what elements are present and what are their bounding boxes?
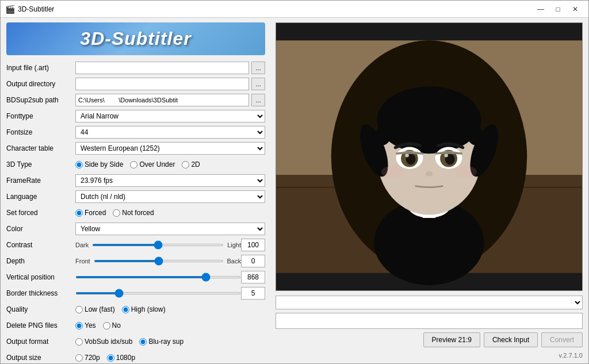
radio-720p[interactable]: 720p	[75, 354, 100, 362]
set-forced-group: Forced Not forced	[75, 209, 265, 217]
fontsize-select[interactable]: 44 36 40 48	[75, 126, 265, 139]
radio-low-input[interactable]	[75, 306, 83, 313]
delete-png-label: Delete PNG files	[6, 321, 75, 329]
radio-no-input[interactable]	[103, 322, 110, 329]
output-dir-control: ...	[75, 78, 265, 90]
vpos-slider-container	[75, 276, 241, 278]
radio-sbs[interactable]: Side by Side	[75, 160, 123, 168]
radio-high-quality[interactable]: High (slow)	[122, 305, 166, 313]
framerate-select[interactable]: 23.976 fps 24 fps 25 fps 29.97 fps	[75, 174, 265, 187]
contrast-value: 100	[241, 239, 265, 251]
depth-back-label: Back	[227, 258, 241, 265]
output-dir-field[interactable]	[75, 78, 249, 90]
maximize-button[interactable]: □	[549, 1, 567, 18]
language-control: Dutch (nl / nld) English (en / eng) Germ…	[75, 190, 265, 203]
output-format-label: Output format	[6, 338, 75, 346]
dropdown-row	[276, 296, 583, 309]
radio-bluray[interactable]: Blu-ray sup	[139, 338, 183, 346]
radio-forced[interactable]: Forced	[75, 209, 106, 217]
delete-png-row: Delete PNG files Yes No	[6, 319, 265, 332]
svg-point-21	[406, 154, 409, 157]
border-slider-container	[75, 292, 241, 294]
radio-720p-label: 720p	[85, 354, 100, 362]
color-row: Color Yellow White Red Green	[6, 222, 265, 236]
language-select[interactable]: Dutch (nl / nld) English (en / eng) Germ…	[75, 190, 265, 203]
bdsup-label: BDSup2sub path	[6, 96, 75, 104]
type-3d-label: 3D Type	[6, 160, 75, 168]
svg-point-25	[455, 166, 477, 178]
radio-sbs-input[interactable]	[75, 161, 83, 168]
app-icon: 🎬	[5, 5, 14, 14]
radio-bluray-label: Blu-ray sup	[148, 338, 183, 346]
radio-high-input[interactable]	[122, 306, 129, 313]
output-format-group: VobSub idx/sub Blu-ray sup	[75, 338, 265, 346]
bdsup-browse-btn[interactable]: ...	[251, 94, 265, 106]
input-file-control: ...	[75, 62, 265, 74]
radio-720p-input[interactable]	[75, 354, 83, 362]
radio-vobsub[interactable]: VobSub idx/sub	[75, 338, 132, 346]
preview-image-area	[276, 22, 583, 291]
radio-not-forced-input[interactable]	[113, 209, 120, 217]
set-forced-row: Set forced Forced Not forced	[6, 206, 265, 220]
right-dropdown[interactable]	[276, 296, 583, 309]
char-table-select[interactable]: Western European (1252) UTF-8	[75, 142, 265, 155]
radio-ou-input[interactable]	[130, 161, 137, 168]
contrast-light-label: Light	[227, 242, 241, 248]
radio-not-forced-label: Not forced	[122, 209, 154, 217]
preview-button[interactable]: Preview 21:9	[423, 332, 480, 347]
radio-2d-input[interactable]	[182, 161, 189, 168]
char-table-control: Western European (1252) UTF-8	[75, 142, 265, 155]
vpos-row: Vertical position 868	[6, 270, 265, 284]
radio-forced-label: Forced	[85, 209, 106, 217]
border-slider[interactable]	[75, 292, 241, 294]
set-forced-label: Set forced	[6, 209, 75, 217]
right-panel: Preview 21:9 Check Input Convert v.2.7.1…	[271, 18, 588, 363]
input-file-field[interactable]	[75, 62, 249, 74]
radio-yes-input[interactable]	[75, 322, 83, 329]
svg-point-22	[445, 154, 448, 157]
minimize-button[interactable]: —	[532, 1, 549, 18]
close-button[interactable]: ✕	[567, 1, 584, 18]
color-label: Color	[6, 225, 75, 233]
vpos-slider[interactable]	[75, 276, 241, 278]
text-display-box	[276, 313, 583, 329]
radio-2d[interactable]: 2D	[182, 160, 200, 168]
main-content: 3D-Subtitler Input file (.art) ... Outpu…	[1, 18, 588, 363]
radio-yes-label: Yes	[85, 321, 96, 329]
radio-1080p-input[interactable]	[107, 354, 114, 362]
quality-row: Quality Low (fast) High (slow)	[6, 302, 265, 316]
contrast-slider[interactable]	[92, 244, 224, 246]
convert-button[interactable]: Convert	[541, 332, 583, 347]
output-dir-browse-btn[interactable]: ...	[251, 78, 265, 90]
radio-forced-input[interactable]	[75, 209, 83, 217]
contrast-row: Contrast Dark Light 100	[6, 238, 265, 252]
svg-point-10	[377, 86, 481, 154]
radio-ou[interactable]: Over Under	[130, 160, 175, 168]
radio-yes[interactable]: Yes	[75, 321, 96, 329]
type-3d-row: 3D Type Side by Side Over Under 2D	[6, 158, 265, 171]
depth-label: Depth	[6, 257, 75, 265]
depth-slider[interactable]	[94, 260, 224, 262]
char-table-label: Character table	[6, 144, 75, 152]
radio-vobsub-input[interactable]	[75, 338, 83, 346]
fonttype-select[interactable]: Arial Narrow Arial Times New Roman	[75, 110, 265, 122]
check-input-button[interactable]: Check Input	[484, 332, 538, 347]
output-dir-label: Output directory	[6, 80, 75, 88]
radio-not-forced[interactable]: Not forced	[113, 209, 154, 217]
svg-point-24	[381, 166, 403, 178]
output-size-group: 720p 1080p	[75, 354, 265, 362]
char-table-row: Character table Western European (1252) …	[6, 141, 265, 155]
radio-bluray-input[interactable]	[139, 338, 147, 346]
radio-low-quality[interactable]: Low (fast)	[75, 305, 115, 313]
bdsup-control: ...	[75, 94, 265, 106]
version-label: v.2.7.1.0	[276, 352, 583, 359]
color-select[interactable]: Yellow White Red Green	[75, 223, 265, 235]
radio-no[interactable]: No	[103, 321, 121, 329]
border-value: 5	[241, 287, 265, 300]
bdsup-row: BDSup2sub path ...	[6, 93, 265, 107]
input-file-browse-btn[interactable]: ...	[251, 62, 265, 74]
main-window: 🎬 3D-Subtitler — □ ✕ 3D-Subtitler Input …	[0, 0, 589, 364]
radio-1080p[interactable]: 1080p	[107, 354, 135, 362]
contrast-dark-label: Dark	[75, 242, 89, 248]
bdsup-field[interactable]	[75, 94, 249, 106]
